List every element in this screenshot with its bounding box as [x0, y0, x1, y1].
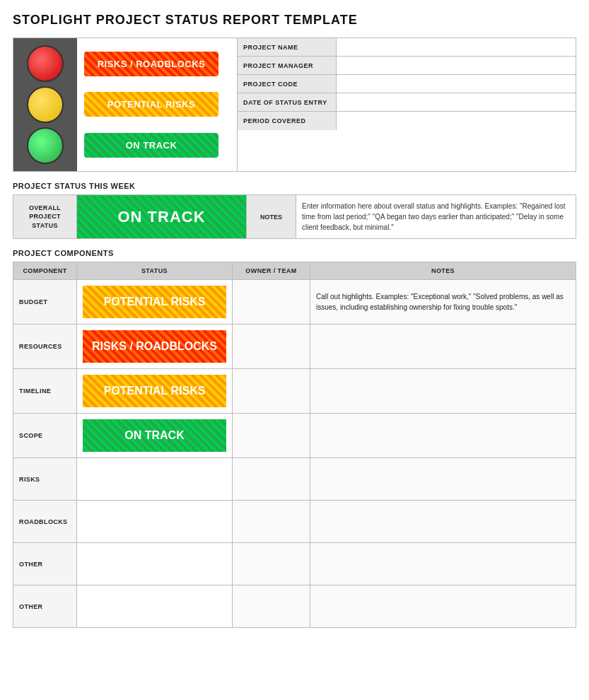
col-status: STATUS: [77, 262, 233, 280]
overall-status-value: ON TRACK: [77, 195, 247, 239]
component-notes: [310, 369, 576, 414]
status-week-header: PROJECT STATUS THIS WEEK: [13, 182, 576, 190]
project-name-label: PROJECT NAME: [238, 38, 337, 56]
component-name: RISKS: [13, 458, 77, 501]
project-info: PROJECT NAME PROJECT MANAGER PROJECT COD…: [237, 38, 576, 171]
component-name: BUDGET: [13, 280, 77, 325]
component-owner[interactable]: [233, 280, 310, 325]
period-value[interactable]: [337, 112, 576, 130]
component-notes: Call out highlights. Examples: "Exceptio…: [310, 280, 576, 325]
component-notes: [310, 458, 576, 501]
component-status: [77, 458, 233, 501]
table-row: OTHER: [13, 543, 576, 585]
legend-labels: RISKS / ROADBLOCKS POTENTIAL RISKS ON TR…: [77, 38, 226, 171]
component-name: RESOURCES: [13, 325, 77, 369]
component-owner[interactable]: [233, 501, 310, 543]
top-section: RISKS / ROADBLOCKS POTENTIAL RISKS ON TR…: [13, 37, 576, 172]
component-name: OTHER: [13, 543, 77, 585]
legend-red-label: RISKS / ROADBLOCKS: [98, 59, 206, 69]
legend-green-label: ON TRACK: [126, 140, 177, 151]
component-status: [77, 585, 233, 628]
legend-red: RISKS / ROADBLOCKS: [84, 52, 218, 76]
table-row: SCOPEON TRACK: [13, 414, 576, 458]
table-row: RISKS: [13, 458, 576, 501]
info-row-project-manager: PROJECT MANAGER: [238, 57, 576, 75]
component-status: RISKS / ROADBLOCKS: [77, 325, 233, 369]
stoplight-legend: RISKS / ROADBLOCKS POTENTIAL RISKS ON TR…: [13, 38, 226, 171]
component-owner[interactable]: [233, 458, 310, 501]
component-notes: [310, 325, 576, 369]
component-owner[interactable]: [233, 414, 310, 458]
project-code-label: PROJECT CODE: [238, 75, 337, 93]
component-notes: [310, 585, 576, 628]
stoplight-image: [13, 38, 77, 171]
notes-text: Enter information here about overall sta…: [296, 195, 576, 239]
notes-label: NOTES: [247, 195, 296, 239]
col-notes: NOTES: [310, 262, 576, 280]
date-label: DATE OF STATUS ENTRY: [238, 93, 337, 111]
info-row-date: DATE OF STATUS ENTRY: [238, 93, 576, 112]
stoplight-yellow-light: [27, 86, 64, 123]
table-row: TIMELINEPOTENTIAL RISKS: [13, 369, 576, 414]
component-name: ROADBLOCKS: [13, 501, 77, 543]
components-header-row: COMPONENT STATUS OWNER / TEAM NOTES: [13, 262, 576, 280]
component-notes: [310, 501, 576, 543]
component-name: OTHER: [13, 585, 77, 628]
table-row: OTHER: [13, 585, 576, 628]
project-manager-label: PROJECT MANAGER: [238, 57, 337, 74]
project-name-value[interactable]: [337, 38, 576, 56]
project-code-value[interactable]: [337, 75, 576, 93]
overall-status-text: ON TRACK: [83, 208, 240, 226]
col-owner: OWNER / TEAM: [233, 262, 310, 280]
table-row: ROADBLOCKS: [13, 501, 576, 543]
info-row-project-code: PROJECT CODE: [238, 75, 576, 93]
project-manager-value[interactable]: [337, 57, 576, 74]
page-title: STOPLIGHT PROJECT STATUS REPORT TEMPLATE: [13, 13, 576, 28]
components-table: COMPONENT STATUS OWNER / TEAM NOTES BUDG…: [13, 262, 576, 628]
stoplight-red-light: [27, 45, 64, 82]
component-owner[interactable]: [233, 543, 310, 585]
component-status: [77, 543, 233, 585]
stoplight-green-light: [27, 127, 64, 164]
info-row-period: PERIOD COVERED: [238, 112, 576, 130]
component-status: POTENTIAL RISKS: [77, 369, 233, 414]
component-name: TIMELINE: [13, 369, 77, 414]
table-row: BUDGETPOTENTIAL RISKSCall out highlights…: [13, 280, 576, 325]
legend-green: ON TRACK: [84, 133, 218, 158]
component-notes: [310, 414, 576, 458]
status-week-table: OVERALL PROJECT STATUS ON TRACK NOTES En…: [13, 194, 576, 239]
status-week-row: OVERALL PROJECT STATUS ON TRACK NOTES En…: [13, 195, 576, 239]
overall-project-status-label: OVERALL PROJECT STATUS: [13, 195, 77, 239]
component-owner[interactable]: [233, 585, 310, 628]
component-notes: [310, 543, 576, 585]
component-status: ON TRACK: [77, 414, 233, 458]
period-label: PERIOD COVERED: [238, 112, 337, 130]
component-status: [77, 501, 233, 543]
component-name: SCOPE: [13, 414, 77, 458]
component-status: POTENTIAL RISKS: [77, 280, 233, 325]
components-header: PROJECT COMPONENTS: [13, 249, 576, 257]
info-row-project-name: PROJECT NAME: [238, 38, 576, 57]
component-owner[interactable]: [233, 325, 310, 369]
legend-yellow-label: POTENTIAL RISKS: [107, 99, 195, 110]
col-component: COMPONENT: [13, 262, 77, 280]
component-owner[interactable]: [233, 369, 310, 414]
table-row: RESOURCESRISKS / ROADBLOCKS: [13, 325, 576, 369]
date-value[interactable]: [337, 93, 576, 111]
legend-yellow: POTENTIAL RISKS: [84, 92, 218, 117]
